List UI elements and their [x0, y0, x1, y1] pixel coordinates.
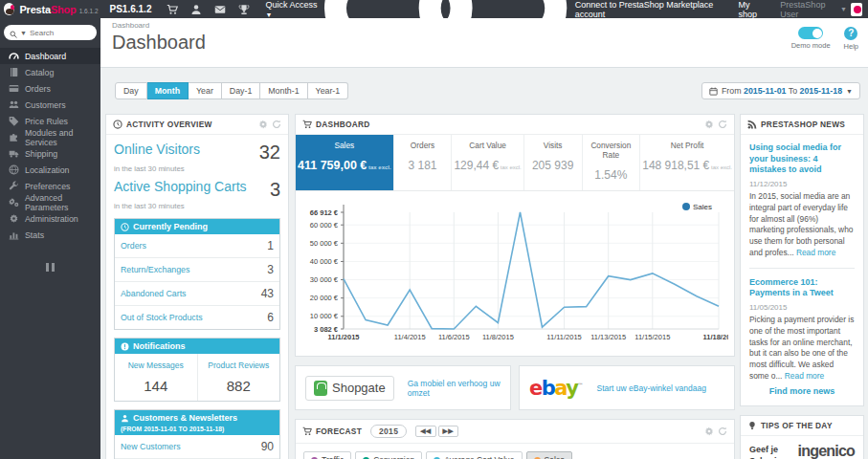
- clock-icon: [113, 120, 122, 129]
- svg-text:20 000 €: 20 000 €: [310, 294, 339, 302]
- pending-row: Orders1: [115, 234, 279, 258]
- search-scope-caret[interactable]: ▼: [20, 30, 27, 36]
- quick-access-menu[interactable]: Quick Access ▼: [265, 0, 319, 19]
- forecast-prev-button[interactable]: ◀◀: [415, 426, 435, 437]
- pending-row-link[interactable]: Return/Exchanges: [121, 265, 189, 274]
- forecast-toggle-label: Average Cart Value: [444, 455, 514, 459]
- sidebar-item-modules-and-services[interactable]: Modules and Services: [0, 129, 100, 145]
- messages-icon[interactable]: [214, 4, 226, 15]
- sidebar-item-preferences[interactable]: Preferences: [0, 178, 100, 194]
- kpi-tab-cart-value[interactable]: Cart Value129,44 € tax excl.: [452, 135, 523, 190]
- forecast-toggle-conversion[interactable]: Conversion: [355, 451, 422, 459]
- kpi-tab-orders[interactable]: Orders3 181: [394, 135, 453, 190]
- news-article-title[interactable]: Using social media for your business: 4 …: [749, 142, 855, 176]
- sales-line-chart: 66 912 €60 000 €50 000 €40 000 €30 000 €…: [300, 197, 728, 352]
- activity-refresh-icon[interactable]: [272, 120, 281, 129]
- active-carts-link[interactable]: Active Shopping Carts: [114, 179, 247, 194]
- kpi-value: 129,44 € tax excl.: [454, 159, 521, 172]
- sidebar-item-dashboard[interactable]: Dashboard: [0, 48, 100, 64]
- wrench-icon: [9, 181, 19, 191]
- pending-row-link[interactable]: Orders: [121, 241, 146, 251]
- cart-icon: [302, 120, 312, 129]
- range-button-group: DayMonthYearDay-1Month-1Year-1: [115, 82, 348, 99]
- forecast-toggle-traffic[interactable]: Traffic: [303, 451, 351, 459]
- search-icon: [10, 29, 17, 36]
- sidebar-item-orders[interactable]: Orders: [0, 80, 100, 97]
- read-more-link[interactable]: Read more: [796, 248, 835, 257]
- gears-icon: [9, 197, 19, 208]
- pending-row-value: 43: [261, 287, 274, 300]
- news-article-title[interactable]: Ecommerce 101: Payments in a Tweet: [749, 277, 855, 299]
- range-button-month[interactable]: Month: [147, 82, 189, 99]
- user-menu[interactable]: PrestaShop User ▼: [780, 0, 862, 19]
- truck-icon: [9, 148, 19, 159]
- find-more-news-link[interactable]: Find more news: [769, 386, 835, 396]
- svg-text:11/15/2015: 11/15/2015: [634, 333, 670, 341]
- kpi-label: Orders: [396, 141, 450, 150]
- activity-settings-gear-icon[interactable]: [258, 120, 268, 129]
- my-shop-link[interactable]: My shop: [738, 0, 767, 19]
- kpi-suffix: tax excl.: [367, 164, 390, 170]
- news-article-excerpt: In 2015, social media are an integral pa…: [749, 191, 855, 259]
- kpi-label: Conversion Rate: [585, 141, 638, 160]
- users-icon: [9, 99, 19, 110]
- prestashop-news-panel: PRESTASHOP NEWS Using social media for y…: [740, 114, 864, 406]
- range-button-day-1[interactable]: Day-1: [222, 82, 260, 99]
- search-input[interactable]: [30, 29, 85, 37]
- activity-overview-panel: ACTIVITY OVERVIEW Online Visitors 32 in …: [105, 114, 289, 459]
- notification-link[interactable]: New Messages: [128, 361, 184, 370]
- kpi-suffix: tax excl.: [499, 164, 522, 170]
- customers-row-link[interactable]: New Customers: [121, 442, 181, 451]
- sidebar-item-stats[interactable]: Stats: [0, 227, 100, 243]
- gauge-icon: [9, 51, 19, 61]
- shopgate-banner[interactable]: Shopgate Ga mobiel en verhoog uw omzet: [295, 365, 511, 410]
- notification-link[interactable]: Product Reviews: [208, 361, 269, 370]
- customers-newsletters-section: Customers & Newsletters (FROM 2015-11-01…: [114, 409, 280, 459]
- book-icon: [9, 67, 19, 77]
- sidebar-item-shipping[interactable]: Shipping: [0, 145, 100, 162]
- forecast-settings-gear-icon[interactable]: [704, 426, 714, 436]
- forecast-toggle-label: Sales: [545, 455, 565, 459]
- kpi-tab-visits[interactable]: Visits205 939: [524, 135, 583, 190]
- kpi-tab-sales[interactable]: Sales411 759,00 € tax excl.: [296, 135, 394, 190]
- range-button-month-1[interactable]: Month-1: [260, 82, 307, 99]
- range-button-day[interactable]: Day: [115, 82, 147, 99]
- svg-text:50 000 €: 50 000 €: [310, 239, 339, 248]
- kpi-tab-conversion-rate[interactable]: Conversion Rate1.54%: [583, 135, 641, 190]
- ebay-link[interactable]: Start uw eBay-winkel vandaag: [597, 383, 706, 393]
- forecast-toggle-label: Conversion: [373, 455, 414, 459]
- forecast-toggle-average-cart-value[interactable]: Average Cart Value: [426, 451, 522, 459]
- read-more-link[interactable]: Read more: [785, 371, 824, 381]
- ebay-banner[interactable]: ebay™ Start uw eBay-winkel vandaag: [519, 365, 735, 410]
- cart-icon[interactable]: [167, 4, 178, 15]
- kpi-tab-net-profit[interactable]: Net Profit148 918,51 € tax excl.: [640, 135, 734, 190]
- sidebar-item-label: Preferences: [25, 182, 70, 191]
- forecast-year: 2015: [370, 425, 407, 438]
- range-button-year[interactable]: Year: [189, 82, 222, 99]
- sidebar-collapse-button[interactable]: [0, 262, 100, 273]
- sidebar-item-price-rules[interactable]: Price Rules: [0, 113, 100, 129]
- pending-row-link[interactable]: Out of Stock Products: [121, 313, 203, 322]
- sidebar-item-catalog[interactable]: Catalog: [0, 64, 100, 80]
- forecast-refresh-icon[interactable]: [718, 426, 727, 436]
- sidebar-search[interactable]: ▼: [4, 25, 97, 40]
- shopgate-link[interactable]: Ga mobiel en verhoog uw omzet: [408, 379, 501, 398]
- pending-row: Out of Stock Products6: [115, 306, 279, 329]
- kpi-value: 3 181: [396, 159, 450, 172]
- trophy-icon[interactable]: [238, 4, 250, 15]
- sidebar-item-customers[interactable]: Customers: [0, 97, 100, 113]
- sidebar-item-localization[interactable]: Localization: [0, 162, 100, 178]
- svg-text:10 000 €: 10 000 €: [310, 312, 339, 320]
- customers-row: New Customers90: [115, 435, 279, 459]
- sidebar-item-administration[interactable]: Administration: [0, 210, 100, 227]
- forecast-toggle-sales[interactable]: Sales: [526, 451, 572, 459]
- forecast-next-button[interactable]: ▶▶: [438, 426, 458, 437]
- employees-icon[interactable]: [190, 4, 202, 15]
- cart-icon: [302, 426, 312, 436]
- pending-row-link[interactable]: Abandoned Carts: [121, 289, 186, 298]
- marketplace-link[interactable]: Connect to PrestaShop Marketplace accoun…: [320, 0, 725, 136]
- online-visitors-link[interactable]: Online Visitors: [114, 142, 200, 157]
- tags-icon: [9, 116, 19, 126]
- svg-text:11/18/201: 11/18/201: [703, 333, 728, 341]
- sidebar-item-advanced-parameters[interactable]: Advanced Parameters: [0, 194, 100, 210]
